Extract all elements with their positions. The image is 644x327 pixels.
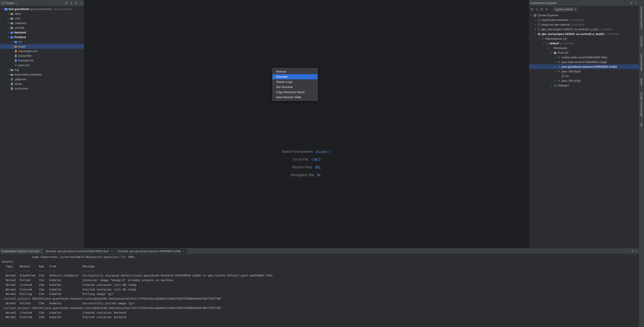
console-output[interactable]: node.kubernetes.io/unreachable:NoExecute… [0,254,639,321]
hint-shortcut: ⌘E [315,165,321,170]
project-root-row[interactable]: ▾ test-guestbook [java-guestbook] ~/test… [0,7,84,11]
console-tab[interactable]: Describe: java-guestbook-frontend-648dd7… [44,249,114,254]
chevron-icon[interactable]: ▾ [550,52,553,54]
minimize-icon[interactable] [635,250,638,253]
tree-row[interactable]: ▾Cluster Explorer [529,13,639,17]
open-icon[interactable] [530,8,534,11]
chevron-icon[interactable]: ▾ [546,47,549,49]
chevron-icon[interactable]: ▸ [554,61,557,63]
tool-tab-secret-manager[interactable]: Secret Manager [640,54,643,71]
deploy-icon [553,84,557,87]
tree-label: Dockerfile [18,54,31,57]
chevron-icon[interactable]: ▸ [554,80,557,82]
chevron-icon[interactable]: ▾ [7,36,10,38]
tree-label: java- 88d-tfqcb [562,70,581,73]
minimize-icon[interactable] [635,1,638,5]
chevron-icon[interactable]: ▾ [554,70,557,73]
chevron-icon[interactable]: ▸ [7,22,10,24]
project-panel-title[interactable]: Project ▼ [1,1,65,5]
gear-icon[interactable] [631,250,634,253]
expand-icon[interactable] [70,1,73,5]
tool-tab-cloud-run[interactable]: Cloud Run [640,36,643,47]
tree-row[interactable]: ▸.idea [0,11,84,16]
tool-tab-ant[interactable]: Ant [640,123,643,127]
chevron-icon[interactable]: ▸ [7,27,10,29]
tree-row[interactable]: frontend.iml [0,58,84,63]
tree-row[interactable]: ▾✔java- 88d-tfqcb [529,69,639,74]
tree-row[interactable]: ▸.mvn [0,16,84,21]
menu-item-copy-resource-name[interactable]: Copy Resource Name [272,89,318,95]
tree-hint: (1 context) [598,28,612,31]
tool-tab-google-cloud-storage[interactable]: Google Cloud Storage [640,92,643,116]
tree-row[interactable]: mvnw.cmd [0,86,84,91]
chevron-icon[interactable]: ▾ [542,42,545,44]
add-icon[interactable] [545,8,548,11]
chevron-icon[interactable]: ▾ [534,33,537,35]
close-icon[interactable]: ✕ [183,250,185,253]
folder-icon [10,12,14,15]
chevron-icon[interactable]: ▸ [534,19,537,21]
tree-row[interactable]: ▸img [0,67,84,72]
tree-row[interactable]: ▸✔java- 5f9-4v2j8 [529,78,639,83]
chevron-icon[interactable]: ▸ [11,41,14,43]
chevron-down-icon[interactable]: ▾ [1,8,4,10]
menu-item-describe[interactable]: Describe [272,74,318,79]
chevron-icon[interactable]: ▸ [534,24,537,26]
context-dropdown[interactable]: System default ▼ [553,7,578,11]
tree-row[interactable]: Dockerfile [0,53,84,58]
tree-row[interactable]: ▸cloud-code-minikube(3 contexts) [529,17,639,22]
tree-row[interactable]: ▸kubernetes-manifests [0,72,84,77]
chevron-icon[interactable]: ▸ [554,56,557,59]
menu-item-view-remote-yaml[interactable]: View Remote YAML [272,95,318,100]
chevron-icon[interactable]: ▸ [554,66,557,68]
locate-icon[interactable] [65,1,68,5]
tree-row[interactable]: ▸✔nodejs-hello-world-b46944f99-7ft4q [529,55,639,60]
tree-row[interactable]: ▸✔java-hello-world-57598df584-2xbg6 [529,60,639,64]
close-icon[interactable]: ✕ [111,250,113,253]
tree-row[interactable]: ▸.vscode [0,25,84,30]
chevron-icon[interactable]: ▸ [7,13,10,15]
tree-row[interactable]: ▾Namespaces (4) [529,36,639,41]
tree-row[interactable]: ▾Workloads [529,46,639,50]
svg-rect-7 [15,59,17,62]
tree-row[interactable]: ▸.readmes [0,21,84,25]
tree-row[interactable]: mvnw [0,81,84,86]
chevron-icon[interactable]: ▸ [7,73,10,76]
chevron-icon[interactable]: ▸ [7,69,10,71]
tree-row[interactable]: ▸target [0,44,84,49]
refresh-icon[interactable] [535,8,538,11]
tree-row[interactable]: .gitignore [0,77,84,81]
tool-tab-maven[interactable]: Maven [640,78,643,85]
menu-item-stream-logs[interactable]: Stream Logs [272,79,318,84]
chevron-icon[interactable]: ▸ [550,84,553,87]
tool-tab-kubernetes-explorer[interactable]: Kubernetes Explorer [640,7,643,29]
menu-item-refresh[interactable]: Refresh [272,69,318,74]
tree-row[interactable]: ▸backend [0,30,84,35]
chevron-icon[interactable]: ▸ [11,45,14,48]
tree-row[interactable]: ▸src [0,39,84,44]
tree-row[interactable]: ▾frontend [0,35,84,39]
tree-row[interactable]: fro [529,74,639,78]
tree-row[interactable]: ▸✔java-guestbook-backend-9df85d856-2w5bk [529,64,639,69]
minimize-icon[interactable] [80,1,83,5]
gear-icon[interactable] [75,1,78,5]
gear-icon[interactable] [630,1,633,5]
chevron-icon[interactable]: ▸ [534,28,537,30]
tree-row[interactable]: checkstyle.xml [0,49,84,53]
chevron-icon[interactable]: ▸ [7,17,10,19]
console-tab[interactable]: Describe: java-guestbook-backend-9df85d8… [116,249,187,254]
tree-label: cloud-run-dev-internal [542,23,570,26]
tree-row[interactable]: ▾Pods (5) [529,50,639,55]
menu-item-get-terminal[interactable]: Get Terminal [272,84,318,89]
chevron-icon[interactable]: ▾ [530,14,533,16]
help-icon[interactable]: ? [540,8,543,11]
tree-row[interactable]: ▸Deploym [529,83,639,88]
tree-row[interactable]: ▾gke_test-project-165220_us-central1-a_t… [529,32,639,36]
tree-row[interactable]: ▸gke_test-project-165220_us-central1-a_t… [529,27,639,32]
tree-row[interactable]: mpom.xml [0,63,84,67]
tree-row[interactable]: ▸cloud-run-dev-internal(1 context) [529,22,639,27]
file-git-icon [10,78,14,81]
tree-row[interactable]: ▾default(1 context) [529,41,639,46]
chevron-icon[interactable]: ▸ [7,31,10,34]
chevron-icon[interactable]: ▾ [538,38,541,40]
